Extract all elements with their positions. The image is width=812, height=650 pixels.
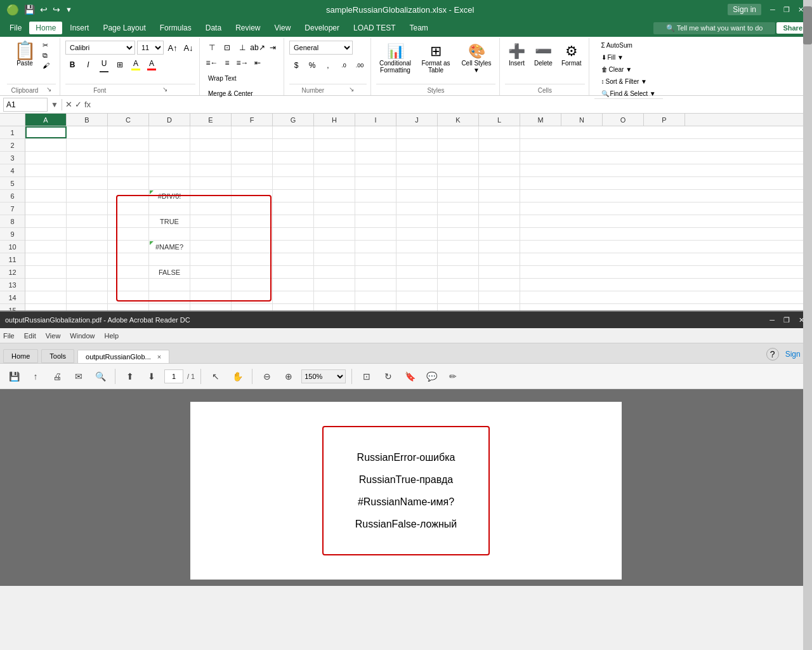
cell-e11[interactable] [190, 253, 232, 265]
cell-h10[interactable] [314, 241, 355, 253]
cell-g5[interactable] [273, 177, 314, 189]
menu-page-layout[interactable]: Page Layout [96, 22, 152, 34]
col-header-p[interactable]: P [644, 114, 685, 126]
cell-i2[interactable] [355, 139, 396, 151]
row-num-8[interactable]: 8 [0, 215, 25, 228]
menu-load-test[interactable]: LOAD TEST [347, 22, 402, 34]
cell-e12[interactable] [190, 266, 232, 278]
col-header-b[interactable]: B [67, 114, 108, 126]
cell-b10[interactable] [67, 241, 108, 253]
cancel-formula-icon[interactable]: ✕ [65, 100, 72, 109]
col-header-j[interactable]: J [396, 114, 438, 126]
pdf-print-button[interactable]: 🖨 [48, 368, 66, 385]
cell-f2[interactable] [232, 139, 273, 151]
row-num-2[interactable]: 2 [0, 139, 25, 152]
col-header-k[interactable]: K [438, 114, 479, 126]
row-num-1[interactable]: 1 [0, 126, 25, 139]
pdf-email-button[interactable]: ✉ [70, 368, 88, 385]
cell-e14[interactable] [190, 291, 232, 303]
menu-home[interactable]: Home [29, 22, 62, 34]
pdf-comment-button[interactable]: 💬 [422, 368, 440, 385]
cell-i3[interactable] [355, 152, 396, 164]
cell-j2[interactable] [396, 139, 438, 151]
row-num-10[interactable]: 10 [0, 241, 25, 253]
formula-bar-expand-icon[interactable]: ▼ [51, 100, 58, 109]
cell-j10[interactable] [396, 241, 438, 253]
cell-h13[interactable] [314, 279, 355, 291]
pdf-bookmark-button[interactable]: 🔖 [401, 368, 419, 385]
cell-a8[interactable] [25, 215, 67, 227]
menu-team[interactable]: Team [403, 22, 434, 34]
col-header-a[interactable]: A [25, 114, 67, 126]
cell-h9[interactable] [314, 228, 355, 240]
cell-j14[interactable] [396, 291, 438, 303]
cell-h1[interactable] [314, 126, 355, 138]
cell-d7[interactable] [149, 202, 190, 215]
increase-decimal-button[interactable]: .0 [337, 58, 351, 72]
cell-i1[interactable] [355, 126, 396, 138]
restore-button[interactable]: ❐ [782, 4, 792, 15]
cell-b11[interactable] [67, 253, 108, 265]
cell-c6[interactable] [108, 190, 149, 202]
minimize-button[interactable]: ─ [768, 4, 778, 15]
italic-button[interactable]: I [81, 58, 95, 72]
cell-a9[interactable] [25, 228, 67, 240]
pdf-cursor-button[interactable]: ↖ [207, 368, 225, 385]
cell-e7[interactable] [190, 202, 232, 215]
cell-h8[interactable] [314, 215, 355, 227]
cell-f11[interactable] [232, 253, 273, 265]
cell-k2[interactable] [438, 139, 479, 151]
cell-f1[interactable] [232, 126, 273, 138]
cell-a3[interactable] [25, 152, 67, 164]
underline-button[interactable]: U [97, 56, 111, 72]
cell-b4[interactable] [67, 164, 108, 176]
cell-h5[interactable] [314, 177, 355, 189]
cell-e1[interactable] [190, 126, 232, 138]
cell-f5[interactable] [232, 177, 273, 189]
row-num-7[interactable]: 7 [0, 202, 25, 215]
cell-a15[interactable] [25, 304, 67, 310]
cell-f9[interactable] [232, 228, 273, 240]
percent-button[interactable]: % [305, 58, 319, 72]
pdf-search-button[interactable]: 🔍 [91, 368, 109, 385]
redo-icon[interactable]: ↪ [53, 4, 60, 15]
cell-i9[interactable] [355, 228, 396, 240]
cell-g13[interactable] [273, 279, 314, 291]
col-header-g[interactable]: G [273, 114, 314, 126]
copy-button[interactable]: ⧉ [40, 51, 52, 60]
cell-b2[interactable] [67, 139, 108, 151]
cell-d1[interactable] [149, 126, 190, 138]
cell-h15[interactable] [314, 304, 355, 310]
row-num-11[interactable]: 11 [0, 253, 25, 266]
cell-l11[interactable] [479, 253, 520, 265]
cell-l9[interactable] [479, 228, 520, 240]
pdf-save-button[interactable]: 💾 [5, 368, 23, 385]
cell-g10[interactable] [273, 241, 314, 253]
row-num-5[interactable]: 5 [0, 177, 25, 190]
col-header-i[interactable]: I [355, 114, 396, 126]
cell-styles-button[interactable]: 🎨 Cell Styles ▼ [457, 41, 495, 76]
cell-j1[interactable] [396, 126, 438, 138]
col-header-f[interactable]: F [232, 114, 273, 126]
cell-l6[interactable] [479, 190, 520, 202]
pdf-fit-page-button[interactable]: ⊡ [358, 368, 376, 385]
cell-h4[interactable] [314, 164, 355, 176]
cell-i12[interactable] [355, 266, 396, 278]
cell-d2[interactable] [149, 139, 190, 151]
pdf-zoom-select[interactable]: 150% [301, 369, 346, 383]
pdf-menu-file[interactable]: File [3, 332, 15, 340]
cell-f13[interactable] [232, 279, 273, 291]
cell-k3[interactable] [438, 152, 479, 164]
cell-l7[interactable] [479, 202, 520, 215]
cell-c14[interactable] [108, 291, 149, 303]
cell-g12[interactable] [273, 266, 314, 278]
cell-k11[interactable] [438, 253, 479, 265]
clipboard-expand-icon[interactable]: ↘ [46, 86, 51, 94]
pdf-zoom-out-button[interactable]: ⊖ [258, 368, 276, 385]
orientation-button[interactable]: ab↗ [251, 41, 265, 55]
pdf-restore-button[interactable]: ❐ [781, 316, 792, 324]
cell-k10[interactable] [438, 241, 479, 253]
cell-c13[interactable] [108, 279, 149, 291]
cell-a7[interactable] [25, 202, 67, 215]
align-center-button[interactable]: ≡ [220, 56, 234, 70]
